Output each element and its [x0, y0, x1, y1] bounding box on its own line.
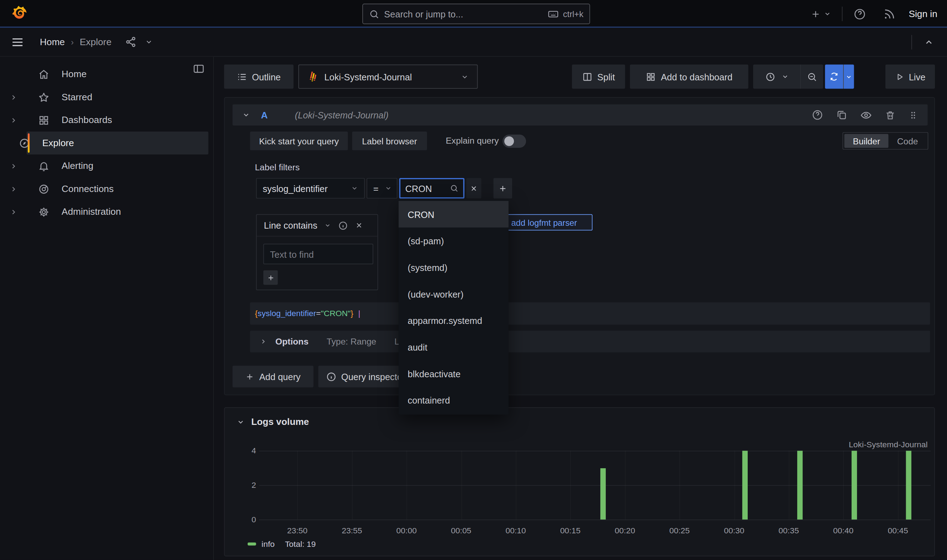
- chevron-down-icon[interactable]: [325, 222, 331, 229]
- sidebar-item-connections[interactable]: Connections: [0, 177, 208, 200]
- connections-icon: [27, 183, 60, 194]
- builder-mode-tab[interactable]: Builder: [845, 134, 888, 148]
- collapse-logs-volume-chevron-icon[interactable]: [237, 418, 244, 426]
- grafana-logo[interactable]: [9, 4, 29, 23]
- zoom-out-time-button[interactable]: [801, 65, 823, 89]
- label-value-input[interactable]: CRON: [399, 178, 464, 199]
- y-tick-label: 4: [251, 446, 256, 455]
- log-volume-bar[interactable]: [906, 451, 912, 520]
- chevron-right-icon[interactable]: [0, 116, 27, 124]
- add-query-button[interactable]: Add query: [232, 366, 313, 387]
- live-button[interactable]: Live: [885, 65, 935, 89]
- query-options-row[interactable]: Options Type: Range Line limit: [250, 331, 930, 352]
- drag-handle-icon[interactable]: [908, 110, 918, 120]
- search-icon: [369, 9, 379, 19]
- sidebar-item-starred[interactable]: Starred: [0, 86, 208, 108]
- sidebar-item-administration[interactable]: Administration: [0, 200, 208, 223]
- text-to-find-input[interactable]: [263, 244, 373, 265]
- log-volume-bar[interactable]: [742, 451, 748, 520]
- breadcrumb-home[interactable]: Home: [40, 37, 65, 48]
- refresh-interval-dropdown[interactable]: [844, 65, 854, 89]
- run-query-refresh-button[interactable]: [825, 65, 843, 89]
- dropdown-option[interactable]: apparmor.systemd: [399, 307, 509, 334]
- x-tick-label: 23:55: [342, 526, 362, 535]
- zoom-out-icon: [807, 71, 817, 82]
- label-browser-button[interactable]: Label browser: [352, 132, 427, 151]
- duplicate-query-icon[interactable]: [836, 109, 847, 120]
- collapse-query-chevron-down-icon[interactable]: [242, 111, 250, 119]
- sidebar-item-alerting[interactable]: Alerting: [0, 154, 208, 177]
- add-logfmt-parser-hint-button[interactable]: add logfmt parser: [496, 214, 592, 231]
- sidebar-item-explore[interactable]: Explore: [27, 132, 208, 154]
- operator-select[interactable]: =: [367, 178, 398, 199]
- label-name-select[interactable]: syslog_identifier: [256, 178, 365, 199]
- kick-start-query-button[interactable]: Kick start your query: [250, 132, 348, 151]
- x-tick-label: 00:45: [888, 526, 908, 535]
- x-tick-label: 00:30: [724, 526, 744, 535]
- log-volume-bar[interactable]: [797, 451, 802, 520]
- mega-menu-toggle[interactable]: [11, 35, 24, 48]
- query-help-icon[interactable]: [812, 109, 823, 120]
- gridline-v: [789, 451, 789, 520]
- split-button[interactable]: Split: [572, 65, 625, 89]
- label-value-text: CRON: [406, 183, 432, 194]
- sidebar-nav: Home Starred Dashboards Explore Alerting: [0, 57, 214, 560]
- collapse-top-chevron-up-icon[interactable]: [924, 37, 934, 46]
- line-contains-title[interactable]: Line contains: [264, 220, 318, 231]
- search-shortcut: ctrl+k: [563, 9, 583, 18]
- add-text-filter-button[interactable]: [263, 270, 278, 285]
- sidebar-item-home[interactable]: Home: [0, 63, 208, 85]
- chevron-right-icon[interactable]: [0, 162, 27, 170]
- gridline-v: [461, 451, 462, 520]
- chevron-right-icon[interactable]: [0, 185, 27, 193]
- gridline-v: [679, 451, 680, 520]
- series-legend[interactable]: Loki-Systemd-Journal: [849, 440, 928, 449]
- split-columns-icon: [582, 71, 592, 82]
- delete-query-trash-icon[interactable]: [885, 109, 896, 120]
- legend-series-label[interactable]: info: [262, 539, 275, 548]
- help-icon[interactable]: [853, 8, 866, 20]
- log-volume-bar[interactable]: [600, 468, 606, 520]
- query-row-header[interactable]: A (Loki-Systemd-Journal): [232, 105, 927, 126]
- outline-list-icon: [237, 71, 247, 82]
- breadcrumb-chevron-down-icon[interactable]: [145, 38, 153, 46]
- query-editor-panel: A (Loki-Systemd-Journal) Kick start your…: [224, 97, 935, 395]
- remove-label-filter-x-icon[interactable]: [466, 178, 481, 199]
- dropdown-option[interactable]: blkdeactivate: [399, 360, 509, 387]
- sidebar-item-dashboards[interactable]: Dashboards: [0, 108, 208, 131]
- chevron-right-icon[interactable]: [0, 208, 27, 216]
- chevron-down-icon: [351, 185, 358, 192]
- dropdown-option[interactable]: (systemd): [399, 254, 509, 280]
- line-contains-operation: Line contains: [256, 214, 378, 290]
- sign-in-link[interactable]: Sign in: [908, 9, 937, 20]
- global-search-input[interactable]: Search or jump to... ctrl+k: [362, 3, 590, 24]
- add-label-filter-button[interactable]: [494, 178, 512, 199]
- news-rss-icon[interactable]: [882, 8, 895, 20]
- code-mode-tab[interactable]: Code: [888, 134, 926, 148]
- clock-icon: [765, 71, 775, 82]
- dropdown-option[interactable]: (udev-worker): [399, 280, 509, 307]
- info-circle-icon[interactable]: [338, 220, 348, 230]
- hide-query-eye-icon[interactable]: [860, 109, 872, 121]
- time-range-picker[interactable]: [753, 65, 800, 89]
- log-volume-bar[interactable]: [851, 451, 857, 520]
- logs-volume-plot[interactable]: [259, 451, 931, 520]
- gridline-v: [406, 451, 407, 520]
- refresh-sync-icon: [829, 72, 839, 82]
- add-to-dashboard-button[interactable]: Add to dashboard: [630, 65, 748, 89]
- query-datasource-hint: (Loki-Systemd-Journal): [295, 110, 389, 120]
- dropdown-option[interactable]: (sd-pam): [399, 228, 509, 254]
- chevron-right-icon[interactable]: [0, 93, 27, 101]
- x-tick-label: 00:20: [615, 526, 635, 535]
- dropdown-option[interactable]: audit: [399, 334, 509, 360]
- datasource-picker[interactable]: Loki-Systemd-Journal: [298, 65, 478, 89]
- dropdown-option[interactable]: CRON: [399, 201, 509, 228]
- new-plus-icon[interactable]: [810, 9, 831, 19]
- remove-operation-x-icon[interactable]: [356, 222, 363, 229]
- dropdown-option[interactable]: containerd: [399, 387, 509, 414]
- x-axis-labels: 23:5023:5500:0000:0500:1000:1500:2000:25…: [259, 526, 931, 537]
- outline-button[interactable]: Outline: [224, 65, 294, 89]
- gridline-v: [898, 451, 899, 520]
- explain-query-toggle[interactable]: [503, 134, 526, 148]
- share-icon[interactable]: [125, 36, 136, 48]
